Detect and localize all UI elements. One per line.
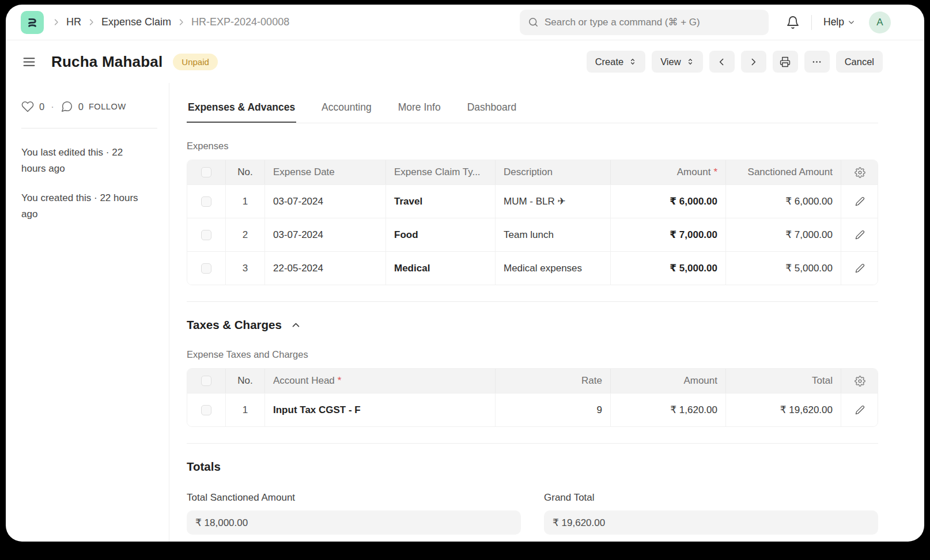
pencil-icon xyxy=(855,405,865,415)
description-cell[interactable]: Team lunch xyxy=(495,218,610,251)
chevron-right-icon xyxy=(52,18,61,27)
select-all-checkbox[interactable] xyxy=(201,376,211,386)
document-sidebar: 0 · 0 FOLLOW You last edited this · 22 h… xyxy=(6,83,169,542)
more-options-button[interactable] xyxy=(804,51,830,73)
tab-expenses-advances[interactable]: Expenses & Advances xyxy=(187,96,296,123)
row-number: 1 xyxy=(225,393,264,426)
page-title: Rucha Mahabal xyxy=(51,53,162,71)
tab-accounting[interactable]: Accounting xyxy=(320,96,373,123)
avatar-initial: A xyxy=(876,17,883,28)
gear-icon xyxy=(855,376,865,387)
taxes-section-header[interactable]: Taxes & Charges xyxy=(187,318,878,332)
grand-total-value[interactable]: ₹ 19,620.00 xyxy=(544,510,878,535)
column-no: No. xyxy=(225,160,264,184)
expense-date-cell[interactable]: 22-05-2024 xyxy=(264,252,385,285)
grid-settings-button[interactable] xyxy=(841,369,878,393)
app-logo[interactable] xyxy=(21,11,44,34)
view-button[interactable]: View xyxy=(652,51,702,73)
chevron-right-icon xyxy=(748,57,758,67)
account-head-cell[interactable]: Input Tax CGST - F xyxy=(264,393,495,426)
help-menu[interactable]: Help xyxy=(823,16,855,28)
expense-date-cell[interactable]: 03-07-2024 xyxy=(264,218,385,251)
edit-row-button[interactable] xyxy=(841,185,878,218)
navbar-divider xyxy=(811,15,812,30)
sidebar-toggle-icon[interactable] xyxy=(22,55,36,69)
row-checkbox[interactable] xyxy=(201,230,211,240)
taxes-grid-header: No. Account Head* Rate Amount Total xyxy=(187,369,878,393)
comments-count: 0 xyxy=(78,101,84,112)
column-no: No. xyxy=(225,369,264,393)
column-amount: Amount xyxy=(610,369,725,393)
tab-dashboard[interactable]: Dashboard xyxy=(466,96,518,123)
column-amount: Amount* xyxy=(610,160,725,184)
next-document-button[interactable] xyxy=(741,51,766,73)
previous-document-button[interactable] xyxy=(709,51,735,73)
column-total: Total xyxy=(725,369,841,393)
amount-cell[interactable]: ₹ 6,000.00 xyxy=(610,185,725,218)
total-sanctioned-amount-label: Total Sanctioned Amount xyxy=(187,492,521,504)
grid-settings-button[interactable] xyxy=(841,160,878,184)
avatar[interactable]: A xyxy=(869,12,891,33)
expense-row: 1 03-07-2024 Travel MUM - BLR ✈ ₹ 6,000.… xyxy=(187,184,878,218)
rate-cell[interactable]: 9 xyxy=(495,393,610,426)
row-checkbox[interactable] xyxy=(201,263,211,274)
content-area: 0 · 0 FOLLOW You last edited this · 22 h… xyxy=(6,83,924,542)
description-cell[interactable]: MUM - BLR ✈ xyxy=(495,185,610,218)
required-asterisk: * xyxy=(338,375,342,387)
row-checkbox[interactable] xyxy=(201,405,211,415)
created-note: You created this · 22 hours ago xyxy=(21,190,142,222)
navbar-right: Help A xyxy=(769,12,891,33)
expense-claim-type-cell[interactable]: Food xyxy=(385,218,495,251)
sanctioned-amount-cell[interactable]: ₹ 7,000.00 xyxy=(725,218,841,251)
cancel-button[interactable]: Cancel xyxy=(836,51,883,73)
chevron-left-icon xyxy=(717,57,727,67)
heart-icon[interactable] xyxy=(21,100,34,113)
total-sanctioned-amount-value[interactable]: ₹ 18,000.00 xyxy=(187,510,521,535)
edit-row-button[interactable] xyxy=(841,393,878,426)
sanctioned-amount-cell[interactable]: ₹ 6,000.00 xyxy=(725,185,841,218)
global-search[interactable] xyxy=(520,10,769,35)
edit-row-button[interactable] xyxy=(841,252,878,285)
expense-date-cell[interactable]: 03-07-2024 xyxy=(264,185,385,218)
follow-button[interactable]: FOLLOW xyxy=(89,102,126,111)
tax-amount-cell[interactable]: ₹ 1,620.00 xyxy=(610,393,725,426)
sanctioned-amount-cell[interactable]: ₹ 5,000.00 xyxy=(725,252,841,285)
row-checkbox[interactable] xyxy=(201,196,211,207)
taxes-grid: No. Account Head* Rate Amount Total 1 In… xyxy=(187,368,878,427)
comment-icon[interactable] xyxy=(61,100,73,113)
expense-row: 2 03-07-2024 Food Team lunch ₹ 7,000.00 … xyxy=(187,218,878,251)
column-sanctioned-amount: Sanctioned Amount xyxy=(725,160,841,184)
breadcrumb: HR Expense Claim HR-EXP-2024-00008 xyxy=(52,16,289,28)
pencil-icon xyxy=(855,196,865,206)
expenses-grid-header: No. Expense Date Expense Claim Ty... Des… xyxy=(187,160,878,184)
tax-total-cell[interactable]: ₹ 19,620.00 xyxy=(725,393,841,426)
column-expense-claim-type: Expense Claim Ty... xyxy=(385,160,495,184)
totals-fields: Total Sanctioned Amount ₹ 18,000.00 Gran… xyxy=(187,492,878,535)
breadcrumb-expense-claim[interactable]: Expense Claim xyxy=(101,16,171,28)
expense-claim-type-cell[interactable]: Medical xyxy=(385,252,495,285)
view-label: View xyxy=(660,56,681,67)
search-icon xyxy=(528,17,539,28)
edit-row-button[interactable] xyxy=(841,218,878,251)
tab-more-info[interactable]: More Info xyxy=(397,96,442,123)
print-button[interactable] xyxy=(773,51,798,73)
help-label: Help xyxy=(823,16,844,28)
notifications-bell-icon[interactable] xyxy=(786,16,800,29)
amount-cell[interactable]: ₹ 5,000.00 xyxy=(610,252,725,285)
page-header: Rucha Mahabal Unpaid Create View xyxy=(6,40,924,83)
row-number: 3 xyxy=(225,252,264,285)
expense-claim-type-cell[interactable]: Travel xyxy=(385,185,495,218)
select-chevrons-icon xyxy=(686,58,694,66)
totals-section-title: Totals xyxy=(187,460,878,474)
amount-cell[interactable]: ₹ 7,000.00 xyxy=(610,218,725,251)
description-cell[interactable]: Medical expenses xyxy=(495,252,610,285)
breadcrumb-hr[interactable]: HR xyxy=(66,16,81,28)
create-button[interactable]: Create xyxy=(587,51,646,73)
search-input[interactable] xyxy=(545,17,761,28)
column-rate: Rate xyxy=(495,369,610,393)
printer-icon xyxy=(780,56,791,67)
chevron-right-icon xyxy=(87,18,96,27)
likes-count: 0 xyxy=(39,101,44,112)
grand-total-field: Grand Total ₹ 19,620.00 xyxy=(544,492,878,535)
select-all-checkbox[interactable] xyxy=(201,167,211,177)
